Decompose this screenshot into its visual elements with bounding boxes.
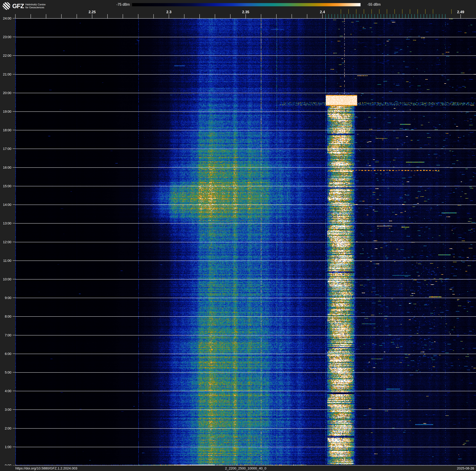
freq-tick [246,14,246,18]
freq-tick [276,14,276,18]
time-axis-label: 8:00 [0,314,11,319]
bluetooth-channel-tick [405,14,406,18]
bluetooth-channel-tick [372,14,372,18]
colorbar-gradient [132,3,360,6]
gfz-logo: GFZ Helmholtz Centre for Geosciences [2,1,46,11]
time-axis-tick [13,148,15,149]
bluetooth-channel-tick [353,14,353,18]
freq-axis-label: 2.35 [239,10,253,14]
time-axis-tick [13,242,15,242]
wifi-channel-tick [410,9,410,14]
freq-tick [77,14,77,18]
time-axis-label: 11:00 [0,259,11,263]
wifi-channel-tick [372,9,372,14]
bluetooth-channel-tick [362,14,362,18]
bluetooth-channel-tick [445,14,445,18]
bluetooth-channel-tick [414,14,415,18]
bluetooth-channel-tick [359,14,359,18]
time-axis-label: 19:00 [0,109,11,114]
bluetooth-channel-tick [408,14,408,18]
freq-tick [107,14,108,18]
time-axis-tick [13,74,15,74]
time-axis-tick [13,130,15,130]
bluetooth-channel-tick [387,14,387,18]
bluetooth-channel-tick [399,14,399,18]
time-axis-label: 20:00 [0,91,11,95]
wifi-channel-tick [425,9,425,14]
freq-tick [169,14,169,18]
freq-tick [230,14,230,18]
bluetooth-channel-tick [393,14,393,18]
colorbar-min-label: -75 dBm [98,2,130,7]
wifi-channel-tick [356,9,357,14]
time-axis-label: 17:00 [0,147,11,151]
bluetooth-channel-tick [381,14,381,18]
time-axis-tick [13,55,15,56]
bluetooth-channel-tick [378,14,378,18]
time-axis-label: 24:00 [0,17,11,20]
time-axis-tick [13,316,15,317]
wifi-channel-tick [394,9,395,14]
wifi-channel-tick [364,9,364,14]
bluetooth-channel-tick [347,14,347,18]
time-axis-tick [13,37,15,37]
freq-tick [215,14,215,18]
time-axis-tick [13,391,15,391]
freq-tick [123,14,123,18]
wifi-channel-tick [402,9,402,14]
time-axis-tick [13,335,15,335]
bluetooth-channel-tick [411,14,412,18]
bluetooth-channel-tick [396,14,396,18]
time-axis-label: 22:00 [0,54,11,58]
freq-tick [184,14,184,18]
wifi-channel-tick [418,9,418,14]
freq-tick [200,14,200,18]
time-axis-tick [13,111,15,112]
time-axis-tick [13,279,15,279]
time-axis-tick [13,298,15,298]
spectrogram-page: GFZ Helmholtz Centre for Geosciences -75… [0,0,476,471]
bluetooth-channel-tick [365,14,366,18]
wifi-channel-tick [387,9,387,14]
time-axis-tick [13,372,15,372]
time-axis-label: 14:00 [0,203,11,207]
bluetooth-channel-tick [328,14,329,18]
bluetooth-channel-tick [338,14,338,18]
bluetooth-channel-tick [433,14,433,18]
bluetooth-channel-tick [344,14,344,18]
time-axis-tick [13,18,15,18]
freq-axis-label: 2.25 [85,10,99,14]
time-axis-tick [13,447,15,447]
colorbar-max-label: -55 dBm [367,2,381,7]
wifi-channel-tick [348,9,349,14]
time-axis-tick [13,167,15,167]
time-axis-label: 10:00 [0,277,11,281]
bluetooth-channel-tick [442,14,442,18]
time-axis-label: 5:00 [0,370,11,375]
bluetooth-channel-tick [325,14,326,18]
time-axis-tick [13,223,15,223]
freq-tick [92,14,92,18]
time-axis-label: 1:00 [0,445,11,449]
time-axis-tick [13,354,15,354]
wifi-channel-tick [451,9,452,14]
gfz-logo-text: GFZ [12,3,24,10]
bluetooth-channel-tick [424,14,424,18]
spectrogram-canvas [15,18,476,466]
wifi-channel-tick [433,9,433,14]
freq-axis-label: 2.4 [316,10,329,14]
date-label: 2025-08-26 [457,466,474,471]
bluetooth-channel-tick [390,14,390,18]
bluetooth-channel-tick [430,14,430,18]
bluetooth-channel-tick [341,14,341,18]
dataset-filename: 2_2200_2500_10000_40_0 [169,466,323,471]
bluetooth-channel-tick [384,14,384,18]
bluetooth-channel-tick [427,14,427,18]
time-axis-label: 16:00 [0,165,11,170]
time-axis-label: 2:00 [0,426,11,430]
gfz-logo-subtitle-line1: Helmholtz Centre [25,3,45,6]
time-axis-label: 21:00 [0,72,11,76]
bluetooth-channel-tick [356,14,357,18]
time-axis-label: 7:00 [0,333,11,337]
freq-axis-label: 2.3 [162,10,176,14]
